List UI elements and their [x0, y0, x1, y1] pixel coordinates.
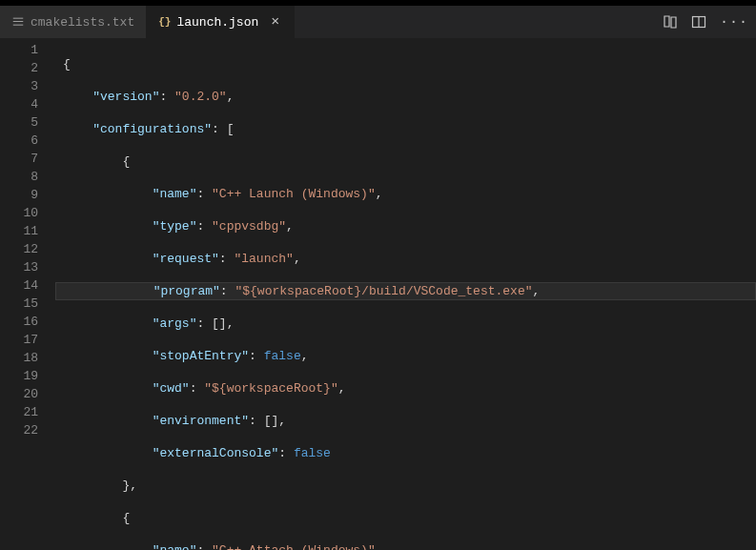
code-line[interactable]: "stopAtEntry": false, [55, 347, 756, 365]
line-number: 12 [0, 240, 55, 258]
code-line[interactable]: "externalConsole": false [55, 444, 756, 462]
code-line[interactable]: "cwd": "${workspaceRoot}", [55, 379, 756, 397]
code-line[interactable]: }, [55, 477, 756, 495]
close-icon[interactable]: × [268, 15, 282, 30]
line-number: 1 [0, 41, 55, 59]
code-line-highlighted[interactable]: "program": "${workspaceRoot}/build/VSCod… [55, 282, 756, 300]
line-number: 2 [0, 59, 55, 77]
line-number: 21 [0, 403, 55, 421]
line-number: 6 [0, 132, 55, 150]
tab-label: cmakelists.txt [31, 15, 134, 30]
line-number: 17 [0, 331, 55, 349]
tab-actions: ··· [663, 6, 756, 38]
code-line[interactable]: "request": "launch", [55, 250, 756, 268]
code-line[interactable]: { [55, 55, 756, 73]
tab-cmakelists[interactable]: cmakelists.txt [0, 6, 147, 38]
code-line[interactable]: "type": "cppvsdbg", [55, 217, 756, 235]
editor: 1 2 3 4 5 6 7 8 9 10 11 12 13 14 15 16 1… [0, 39, 756, 550]
line-number: 16 [0, 313, 55, 331]
line-number: 7 [0, 150, 55, 168]
tab-label: launch.json [176, 15, 258, 30]
tab-launch-json[interactable]: {} launch.json × [147, 6, 295, 38]
code-line[interactable]: "name": "C++ Launch (Windows)", [55, 185, 756, 203]
code-area[interactable]: { "version": "0.2.0", "configurations": … [55, 39, 756, 550]
line-number: 4 [0, 95, 55, 113]
line-number: 8 [0, 168, 55, 186]
line-number: 10 [0, 204, 55, 222]
compare-icon[interactable] [663, 14, 678, 30]
line-number: 5 [0, 113, 55, 132]
code-line[interactable]: "version": "0.2.0", [55, 88, 756, 106]
split-editor-icon[interactable] [691, 14, 706, 30]
line-number: 9 [0, 186, 55, 204]
line-number: 22 [0, 421, 55, 439]
line-number: 11 [0, 222, 55, 240]
tab-bar: cmakelists.txt {} launch.json × ··· [0, 6, 756, 39]
line-number: 15 [0, 295, 55, 313]
code-line[interactable]: "configurations": [ [55, 120, 756, 138]
line-number: 20 [0, 385, 55, 403]
more-icon[interactable]: ··· [720, 14, 748, 31]
line-number: 14 [0, 276, 55, 295]
line-number: 13 [0, 258, 55, 276]
code-line[interactable]: { [55, 509, 756, 527]
code-line[interactable]: "name": "C++ Attach (Windows)", [55, 541, 756, 550]
gutter: 1 2 3 4 5 6 7 8 9 10 11 12 13 14 15 16 1… [0, 39, 55, 550]
line-number: 3 [0, 77, 55, 95]
code-line[interactable]: "environment": [], [55, 412, 756, 430]
code-line[interactable]: { [55, 153, 756, 171]
lines-icon [11, 15, 25, 29]
code-line[interactable]: "args": [], [55, 315, 756, 333]
braces-icon: {} [158, 16, 171, 28]
line-number: 18 [0, 349, 55, 367]
line-number: 19 [0, 367, 55, 385]
